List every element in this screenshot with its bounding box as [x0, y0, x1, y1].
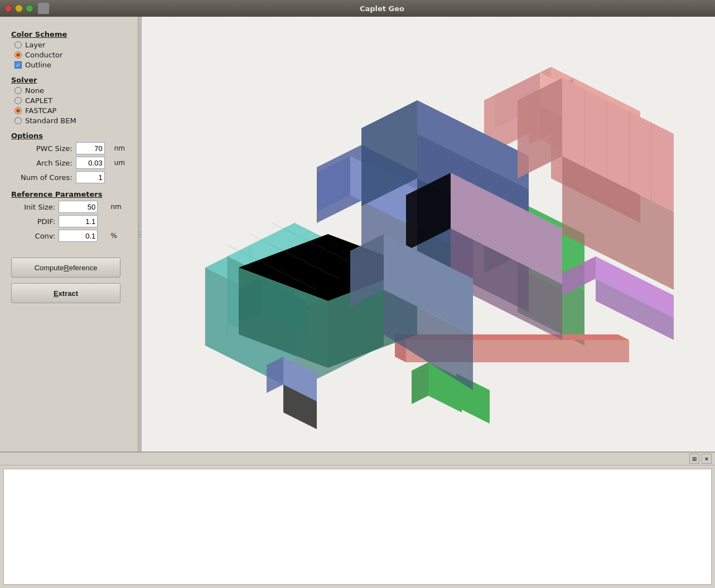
window-title: Caplet Geo [54, 4, 711, 13]
color-scheme-outline[interactable]: Outline [15, 61, 131, 69]
checkbox-outline[interactable] [15, 61, 22, 69]
expand-icon[interactable]: ⊞ [689, 454, 699, 464]
solver-fastcap[interactable]: FASTCAP [15, 106, 131, 115]
arch-size-input[interactable] [76, 157, 105, 169]
maximize-button[interactable] [26, 4, 33, 12]
radio-conductor[interactable] [15, 51, 22, 59]
solver-section: Solver None CAPLET FASTCAP [11, 76, 131, 129]
color-scheme-conductor[interactable]: Conductor [15, 51, 131, 59]
ref-fields: Init Size: nm PDIF: Conv: % [15, 201, 131, 242]
arch-size-unit: um [114, 159, 131, 167]
color-scheme-layer[interactable]: Layer [15, 41, 131, 49]
bottom-panel: ⊞ ✕ [0, 451, 715, 588]
options-fields: PWC Size: nm Arch Size: um Num of Cores: [15, 142, 131, 183]
conv-label: Conv: [15, 232, 55, 240]
pwc-size-input[interactable] [76, 142, 105, 154]
color-scheme-title: Color Scheme [11, 30, 131, 38]
layer-label: Layer [25, 41, 45, 49]
close-bottom-icon[interactable]: ✕ [702, 454, 712, 464]
app-icon [38, 3, 49, 14]
reference-parameters-section: Reference Parameters Init Size: nm PDIF:… [11, 190, 131, 246]
options-section: Options PWC Size: nm Arch Size: um Num o… [11, 132, 131, 188]
num-cores-input[interactable] [76, 171, 105, 183]
compute-reference-button[interactable]: Compute Reference [11, 257, 120, 278]
main-window: Color Scheme Layer Conductor Outline [0, 17, 715, 588]
standard-bem-label: Standard BEM [25, 116, 76, 125]
radio-standard-bem[interactable] [15, 117, 22, 124]
button-area: Compute Reference Extract [11, 257, 131, 303]
conv-unit: % [110, 232, 131, 240]
solver-none[interactable]: None [15, 86, 131, 95]
window-controls[interactable] [4, 4, 33, 12]
radio-layer[interactable] [15, 41, 22, 48]
color-scheme-options: Layer Conductor Outline [15, 41, 131, 69]
canvas-area: .iso-face-top { fill-opacity: 1; } .iso-… [142, 17, 715, 451]
top-area: Color Scheme Layer Conductor Outline [0, 17, 715, 451]
close-button[interactable] [4, 4, 12, 12]
radio-caplet[interactable] [15, 97, 22, 104]
radio-none[interactable] [15, 87, 22, 94]
none-label: None [25, 86, 44, 95]
solver-options: None CAPLET FASTCAP Standard BEM [15, 86, 131, 125]
title-bar: Caplet Geo [0, 0, 715, 17]
init-size-input[interactable] [59, 201, 98, 213]
minimize-button[interactable] [15, 4, 23, 12]
init-size-unit: nm [110, 203, 131, 211]
sidebar: Color Scheme Layer Conductor Outline [0, 17, 138, 451]
solver-standard-bem[interactable]: Standard BEM [15, 116, 131, 125]
3d-viewport: .iso-face-top { fill-opacity: 1; } .iso-… [142, 17, 715, 451]
bottom-toolbar: ⊞ ✕ [0, 453, 715, 465]
options-title: Options [11, 132, 131, 140]
num-cores-label: Num of Cores: [15, 173, 73, 182]
color-scheme-section: Color Scheme Layer Conductor Outline [11, 30, 131, 74]
ref-params-title: Reference Parameters [11, 190, 131, 198]
conductor-label: Conductor [25, 51, 62, 59]
pwc-size-unit: nm [114, 144, 131, 152]
solver-title: Solver [11, 76, 131, 84]
fastcap-label: FASTCAP [25, 106, 56, 115]
init-size-label: Init Size: [15, 203, 55, 211]
outline-label: Outline [25, 61, 51, 69]
solver-caplet[interactable]: CAPLET [15, 96, 131, 105]
pdif-label: PDIF: [15, 217, 55, 226]
extract-button[interactable]: Extract [11, 283, 120, 303]
3d-svg: .iso-face-top { fill-opacity: 1; } .iso-… [172, 33, 685, 435]
pwc-size-label: PWC Size: [15, 144, 73, 153]
bottom-content-area [3, 469, 712, 585]
conv-input[interactable] [59, 230, 98, 242]
radio-fastcap[interactable] [15, 107, 22, 114]
arch-size-label: Arch Size: [15, 159, 73, 167]
caplet-label: CAPLET [25, 96, 52, 105]
pdif-input[interactable] [59, 215, 98, 227]
